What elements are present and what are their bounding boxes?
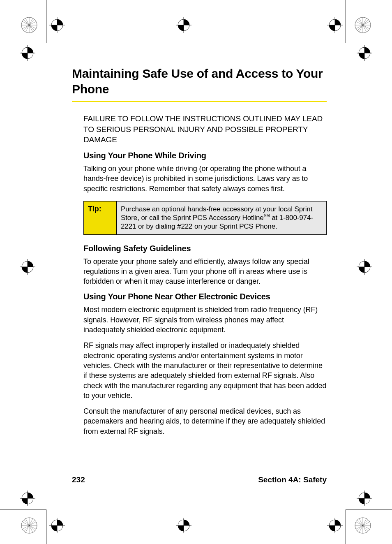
body-electronics-p1: Most modern electronic equipment is shie…	[83, 305, 327, 335]
crosshair-icon	[176, 518, 191, 533]
crosshair-icon	[176, 17, 191, 33]
crosshair-icon	[49, 17, 65, 33]
crop-line	[46, 0, 46, 43]
subheading-guidelines: Following Safety Guidelines	[83, 244, 327, 253]
crosshair-icon	[20, 259, 35, 275]
crosshair-icon	[357, 259, 372, 275]
crosshair-icon	[327, 518, 343, 533]
tip-content: Purchase an optional hands-free accessor…	[117, 201, 326, 234]
subheading-electronics: Using Your Phone Near Other Electronic D…	[83, 292, 327, 301]
heading-rule	[72, 101, 327, 102]
crop-line	[346, 43, 392, 43]
crop-line	[0, 43, 46, 43]
registration-mark-icon	[354, 16, 371, 34]
tip-box: Tip: Purchase an optional hands-free acc…	[83, 201, 327, 235]
page-body: Maintaining Safe Use of and Access to Yo…	[72, 66, 327, 442]
main-heading: Maintaining Safe Use of and Access to Yo…	[72, 66, 327, 97]
tip-label: Tip:	[84, 201, 117, 234]
page-footer: 232 Section 4A: Safety	[72, 475, 327, 484]
body-driving: Talking on your phone while driving (or …	[83, 164, 327, 194]
crosshair-icon	[20, 45, 35, 61]
subheading-driving: Using Your Phone While Driving	[83, 151, 327, 160]
registration-mark-icon	[21, 16, 38, 34]
registration-mark-icon	[21, 517, 38, 534]
crop-line	[46, 509, 46, 544]
crosshair-icon	[327, 17, 343, 33]
page-number: 232	[72, 475, 85, 484]
crop-line	[0, 509, 46, 509]
tip-sm: SM	[264, 213, 270, 218]
crop-line	[346, 0, 346, 43]
body-electronics-p3: Consult the manufacturer of any personal…	[83, 406, 327, 436]
crosshair-icon	[49, 518, 65, 533]
crop-line	[346, 509, 392, 509]
crosshair-icon	[357, 491, 372, 506]
body-electronics-p2: RF signals may affect improperly install…	[83, 340, 327, 400]
section-label: Section 4A: Safety	[258, 475, 327, 484]
registration-mark-icon	[354, 517, 371, 534]
crosshair-icon	[20, 491, 35, 506]
crop-line	[346, 509, 346, 544]
warning-text: FAILURE TO FOLLOW THE INSTRUCTIONS OUTLI…	[83, 113, 327, 145]
body-guidelines: To operate your phone safely and efficie…	[83, 257, 327, 287]
crosshair-icon	[357, 45, 372, 61]
